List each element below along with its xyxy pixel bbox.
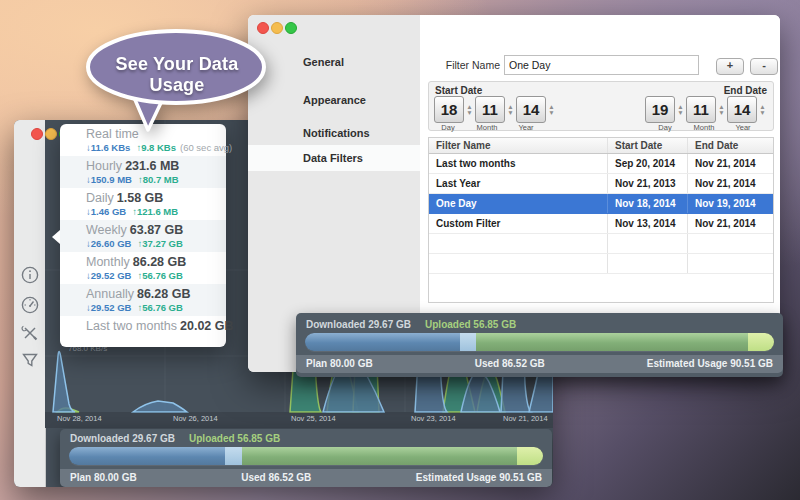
tools-icon[interactable] xyxy=(20,323,40,343)
end-month-field[interactable]: 11 xyxy=(686,96,716,123)
day-unit-label: Day xyxy=(434,123,462,132)
start-date-units: Day Month Year xyxy=(434,123,551,132)
desktop: 768.0 KB/s Nov 28, 2014 Nov 26, 2014 Nov… xyxy=(0,0,800,500)
end-day-down-icon[interactable]: ▼ xyxy=(675,110,686,116)
table-row[interactable]: Last Year Nov 21, 2013 Nov 21, 2014 xyxy=(429,174,773,194)
year-unit-label: Year xyxy=(729,123,757,132)
usage-bar xyxy=(69,447,543,465)
downloaded-bar-segment xyxy=(69,447,225,465)
stat-row-hourly: Hourly231.6 MB ↓150.9 MB↑80.7 MB xyxy=(60,156,226,188)
filter-name-label: Filter Name xyxy=(440,59,500,71)
filters-table: Filter Name Start Date End Date Last two… xyxy=(428,137,774,303)
nav-item-data-filters[interactable]: Data Filters xyxy=(248,145,420,171)
date-range-panel: Start Date End Date 18 ▲▼ 11 ▲▼ 14 ▲▼ Da… xyxy=(428,81,774,131)
cell-end-date: Nov 19, 2014 xyxy=(687,194,773,213)
cell-start-date: Nov 18, 2014 xyxy=(607,194,687,213)
start-day-field[interactable]: 18 xyxy=(434,96,464,123)
gauge-icon[interactable] xyxy=(20,295,40,315)
stat-label: Hourly xyxy=(86,159,122,173)
down-value: 26.60 GB xyxy=(91,238,132,249)
uploaded-label: Uploaded 56.85 GB xyxy=(189,433,280,444)
end-date-steppers: 19 ▲▼ 11 ▲▼ 14 ▲▼ xyxy=(645,96,768,123)
minimize-button[interactable] xyxy=(45,128,57,140)
close-button[interactable] xyxy=(31,128,43,140)
end-year-down-icon[interactable]: ▼ xyxy=(757,110,768,116)
stats-popover: Real time ↓11.6 KBs↑9.8 KBs(60 sec avg) … xyxy=(60,124,226,347)
end-month-down-icon[interactable]: ▼ xyxy=(716,110,727,116)
downloaded-label: Downloaded 29.67 GB xyxy=(306,319,411,330)
stat-value: 20.02 GB xyxy=(180,319,234,333)
start-date-steppers: 18 ▲▼ 11 ▲▼ 14 ▲▼ xyxy=(434,96,557,123)
up-value: 37.27 GB xyxy=(142,238,183,249)
down-value: 150.9 MB xyxy=(91,174,132,185)
month-unit-label: Month xyxy=(473,123,501,132)
end-day-field[interactable]: 19 xyxy=(645,96,675,123)
start-month-down-icon[interactable]: ▼ xyxy=(505,110,516,116)
up-value: 56.76 GB xyxy=(142,270,183,281)
cell-filter-name: Custom Filter xyxy=(429,214,607,233)
plan-label: Plan 80.00 GB xyxy=(306,358,373,369)
stat-value: 1.58 GB xyxy=(117,191,164,205)
downloaded-label: Downloaded 29.67 GB xyxy=(70,433,175,444)
filter-name-input[interactable] xyxy=(504,55,699,75)
chart-x-label: Nov 23, 2014 xyxy=(411,414,456,423)
cell-filter-name: Last Year xyxy=(429,174,607,193)
usage-summary-panel-front: Downloaded 29.67 GB Uploaded 56.85 GB Pl… xyxy=(60,429,552,484)
cell-start-date: Nov 13, 2014 xyxy=(607,214,687,233)
down-value: 11.6 KBs xyxy=(91,142,131,153)
chart-x-label: Nov 25, 2014 xyxy=(291,414,336,423)
start-date-label: Start Date xyxy=(435,85,482,96)
usage-summary-panel-back: Downloaded 29.67 GB Uploaded 56.85 GB Pl… xyxy=(296,313,783,377)
bar-divider-segment xyxy=(460,333,476,351)
column-header-filter-name[interactable]: Filter Name xyxy=(429,138,607,153)
downloaded-bar-segment xyxy=(305,333,460,351)
day-unit-label: Day xyxy=(651,123,679,132)
start-year-down-icon[interactable]: ▼ xyxy=(546,110,557,116)
cell-end-date: Nov 21, 2014 xyxy=(687,214,773,233)
add-filter-button[interactable]: + xyxy=(716,58,744,75)
cell-filter-name: One Day xyxy=(429,194,607,213)
uploaded-bar-segment xyxy=(242,447,517,465)
stat-value: 63.87 GB xyxy=(130,223,184,237)
table-row[interactable]: Last two months Sep 20, 2014 Nov 21, 201… xyxy=(429,154,773,174)
down-value: 1.46 GB xyxy=(91,206,126,217)
info-icon[interactable] xyxy=(20,265,40,285)
column-header-end-date[interactable]: End Date xyxy=(687,138,773,153)
stat-label: Weekly xyxy=(86,223,127,237)
estimated-bar-segment xyxy=(748,333,774,351)
up-value: 56.76 GB xyxy=(142,302,183,313)
filter-icon[interactable] xyxy=(20,350,40,370)
remove-filter-button[interactable]: - xyxy=(750,58,778,75)
table-row-empty xyxy=(429,254,773,274)
estimated-bar-segment xyxy=(517,447,543,465)
table-row[interactable]: Custom Filter Nov 13, 2014 Nov 21, 2014 xyxy=(429,214,773,234)
up-value: 9.8 KBs xyxy=(141,142,176,153)
estimated-usage-label: Estimated Usage 90.51 GB xyxy=(416,472,542,483)
month-unit-label: Month xyxy=(690,123,718,132)
table-row-selected[interactable]: One Day Nov 18, 2014 Nov 19, 2014 xyxy=(429,194,773,214)
bar-divider-segment xyxy=(225,447,242,465)
stat-row-daily: Daily1.58 GB ↓1.46 GB↑121.6 MB xyxy=(60,188,226,220)
uploaded-bar-segment xyxy=(476,333,748,351)
start-day-down-icon[interactable]: ▼ xyxy=(464,110,475,116)
down-value: 29.52 GB xyxy=(91,302,132,313)
callout-text: See Your Data Usage xyxy=(88,54,266,96)
used-label: Used 86.52 GB xyxy=(241,472,311,483)
table-header-row: Filter Name Start Date End Date xyxy=(429,138,773,154)
start-year-field[interactable]: 14 xyxy=(516,96,546,123)
year-unit-label: Year xyxy=(512,123,540,132)
end-year-field[interactable]: 14 xyxy=(727,96,757,123)
column-header-start-date[interactable]: Start Date xyxy=(607,138,687,153)
cell-start-date: Sep 20, 2014 xyxy=(607,154,687,173)
up-value: 121.6 MB xyxy=(137,206,178,217)
stat-value: 231.6 MB xyxy=(125,159,179,173)
cell-start-date: Nov 21, 2013 xyxy=(607,174,687,193)
start-month-field[interactable]: 11 xyxy=(475,96,505,123)
cell-filter-name: Last two months xyxy=(429,154,607,173)
chart-x-label: Nov 28, 2014 xyxy=(57,414,102,423)
down-value: 29.52 GB xyxy=(91,270,132,281)
stat-value: 86.28 GB xyxy=(137,287,191,301)
stat-label: Annually xyxy=(86,287,134,301)
stat-label: Monthly xyxy=(86,255,130,269)
stat-row-weekly: Weekly63.87 GB ↓26.60 GB↑37.27 GB xyxy=(60,220,226,252)
